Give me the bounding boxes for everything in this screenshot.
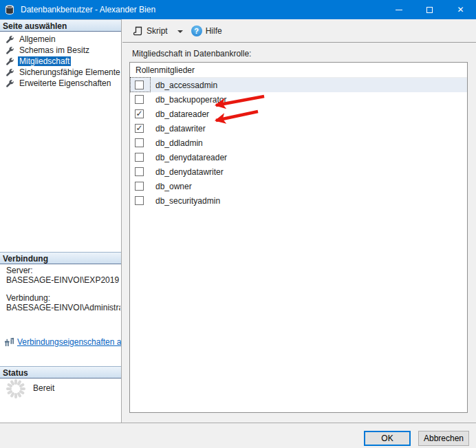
role-name: db_backupoperator (155, 95, 226, 105)
script-icon (132, 25, 143, 36)
pages-header: Seite auswählen (0, 19, 121, 32)
role-checkbox[interactable]: ✓ (135, 138, 144, 147)
connection-properties-icon (4, 337, 14, 347)
sidebar: Seite auswählen Allgemein Schemas im Bes… (0, 19, 122, 423)
role-name: db_accessadmin (155, 81, 217, 90)
connection-value: BASESAGE-EINVOI\Administrator (6, 303, 120, 312)
role-name: db_securityadmin (155, 196, 220, 206)
maximize-button[interactable] (414, 0, 445, 19)
view-connection-properties-link[interactable]: Verbindungseigenschaften anzeigen (17, 337, 121, 347)
server-label: Server: (6, 266, 120, 275)
help-label: Hilfe (206, 26, 222, 36)
role-name: db_owner (155, 182, 192, 191)
footer: OK Abbrechen (0, 423, 476, 448)
role-membership-listbox: Rollenmitglieder ✓ db_accessadmin ✓ db_b… (129, 62, 468, 413)
script-button[interactable]: Skript (129, 23, 171, 39)
connection-header: Verbindung (0, 252, 121, 264)
connection-info: Server: BASESAGE-EINVOI\EXP2019 Verbindu… (6, 266, 120, 312)
minimize-icon (396, 10, 402, 10)
toolbar: Skript ? Hilfe (122, 19, 476, 43)
minimize-button[interactable] (383, 0, 414, 19)
ok-button[interactable]: OK (364, 431, 411, 446)
role-name: db_denydatawriter (155, 167, 224, 177)
role-row-db_owner[interactable]: ✓ db_owner (130, 179, 467, 193)
sidebar-item-erweiterte-eigenschaften[interactable]: Erweiterte Eigenschaften (0, 78, 121, 89)
maximize-icon (426, 7, 433, 13)
script-label: Skript (147, 26, 168, 36)
membership-list-label: Mitgliedschaft in Datenbankrolle: (132, 49, 476, 58)
close-icon: ✕ (457, 6, 464, 14)
role-row-db_securityadmin[interactable]: ✓ db_securityadmin (130, 193, 467, 208)
checkmark-icon: ✓ (136, 109, 142, 118)
role-row-db_backupoperator[interactable]: ✓ db_backupoperator (130, 92, 467, 107)
role-checkbox[interactable]: ✓ (135, 153, 144, 162)
role-row-db_datawriter[interactable]: ✓ db_datawriter (130, 121, 467, 136)
status-value: Bereit (33, 383, 54, 393)
main-panel: Skript ? Hilfe Mitgliedschaft in Datenba… (122, 19, 476, 423)
role-name: db_denydatareader (155, 153, 227, 162)
role-checkbox[interactable]: ✓ (135, 124, 144, 133)
server-value: BASESAGE-EINVOI\EXP2019 (6, 275, 120, 285)
role-row-db_denydatareader[interactable]: ✓ db_denydatareader (130, 150, 467, 164)
role-row-db_accessadmin[interactable]: ✓ db_accessadmin (130, 78, 467, 92)
database-icon (4, 4, 15, 15)
help-button[interactable]: ? Hilfe (188, 23, 225, 39)
role-checkbox[interactable]: ✓ (135, 95, 144, 104)
connection-label: Verbindung: (6, 293, 120, 303)
role-checkbox[interactable]: ✓ (135, 182, 144, 191)
sidebar-item-label: Erweiterte Eigenschaften (18, 78, 112, 88)
window-title: Datenbankbenutzer - Alexander Bien (21, 5, 383, 14)
role-list: ✓ db_accessadmin ✓ db_backupoperator ✓ d… (130, 78, 467, 208)
sidebar-item-allgemein[interactable]: Allgemein (0, 34, 121, 45)
wrench-icon (6, 46, 14, 55)
sidebar-item-label: Schemas im Besitz (18, 45, 91, 55)
sidebar-item-mitgliedschaft[interactable]: Mitgliedschaft (0, 56, 121, 67)
role-name: db_datareader (155, 109, 209, 119)
sidebar-item-label: Mitgliedschaft (18, 56, 71, 66)
sidebar-item-schemas-im-besitz[interactable]: Schemas im Besitz (0, 45, 121, 56)
cancel-button[interactable]: Abbrechen (418, 431, 469, 446)
role-row-db_ddladmin[interactable]: ✓ db_ddladmin (130, 136, 467, 150)
checkbox-focus-ring (131, 78, 150, 92)
chevron-down-icon[interactable] (177, 30, 183, 33)
wrench-icon (6, 35, 14, 44)
wrench-icon (6, 57, 14, 66)
role-row-db_denydatawriter[interactable]: ✓ db_denydatawriter (130, 164, 467, 179)
checkmark-icon: ✓ (136, 124, 142, 132)
role-checkbox[interactable]: ✓ (135, 167, 144, 176)
status-header: Status (0, 366, 121, 378)
wrench-icon (6, 68, 14, 77)
sidebar-pages: Allgemein Schemas im Besitz Mitgliedscha… (0, 34, 121, 89)
role-checkbox[interactable]: ✓ (135, 109, 144, 118)
sidebar-item-sicherungsf-hige-elemente[interactable]: Sicherungsfähige Elemente (0, 67, 121, 78)
role-name: db_datawriter (155, 124, 206, 134)
close-button[interactable]: ✕ (445, 0, 476, 19)
sidebar-item-label: Allgemein (18, 34, 57, 44)
titlebar: Datenbankbenutzer - Alexander Bien ✕ (0, 0, 476, 19)
ready-spinner-icon (5, 378, 27, 400)
column-header-rollenmitglieder: Rollenmitglieder (130, 63, 467, 78)
sidebar-item-label: Sicherungsfähige Elemente (18, 67, 122, 77)
role-row-db_datareader[interactable]: ✓ db_datareader (130, 107, 467, 121)
help-icon: ? (191, 25, 202, 36)
wrench-icon (6, 79, 14, 88)
role-name: db_ddladmin (155, 138, 203, 148)
role-checkbox[interactable]: ✓ (135, 196, 144, 205)
